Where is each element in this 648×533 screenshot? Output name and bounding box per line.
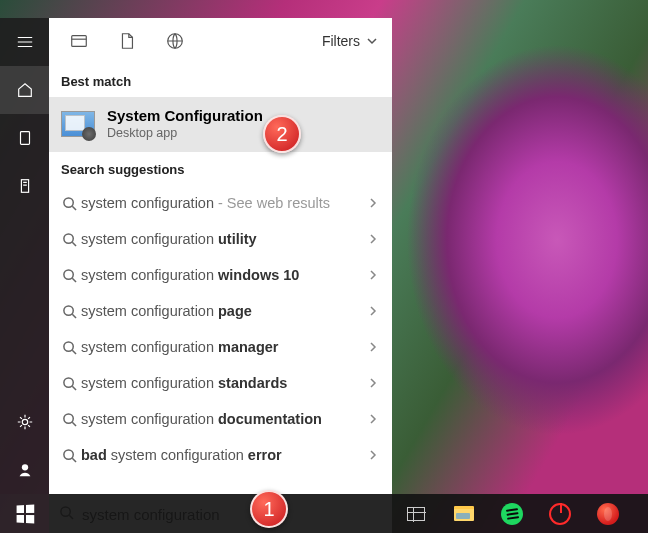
- wallpaper-accent: [388, 0, 648, 533]
- suggestion-list: system configuration - See web resultssy…: [49, 185, 392, 494]
- search-icon: [57, 376, 81, 391]
- suggestion-text: system configuration page: [81, 303, 362, 319]
- rail-home-button[interactable]: [0, 66, 49, 114]
- start-left-rail: [0, 18, 49, 494]
- svg-point-7: [63, 233, 72, 242]
- opera-button[interactable]: [584, 494, 632, 533]
- hamburger-icon: [16, 33, 34, 51]
- chevron-down-icon: [366, 35, 378, 47]
- svg-point-13: [63, 449, 72, 458]
- rail-expand-button[interactable]: [0, 18, 49, 66]
- tab-apps[interactable]: [55, 18, 103, 64]
- filters-button[interactable]: Filters: [318, 33, 382, 49]
- best-match-subtitle: Desktop app: [107, 126, 263, 140]
- search-icon: [57, 304, 81, 319]
- search-icon: [57, 412, 81, 427]
- chevron-right-icon[interactable]: [362, 410, 384, 428]
- rail-settings-button[interactable]: [0, 398, 49, 446]
- tab-documents[interactable]: [103, 18, 151, 64]
- file-explorer-button[interactable]: [440, 494, 488, 533]
- search-icon: [57, 340, 81, 355]
- svg-point-3: [21, 464, 27, 470]
- suggestion-item[interactable]: system configuration windows 10: [49, 257, 392, 293]
- annotation-badge-1: 1: [250, 490, 288, 528]
- suggestion-text: system configuration documentation: [81, 411, 362, 427]
- search-panel: Filters Best match System Configuration …: [49, 18, 392, 494]
- svg-rect-4: [72, 35, 87, 46]
- explorer-icon: [454, 506, 474, 521]
- suggestion-item[interactable]: system configuration page: [49, 293, 392, 329]
- chevron-right-icon[interactable]: [362, 446, 384, 464]
- svg-point-8: [63, 269, 72, 278]
- suggestion-text: system configuration - See web results: [81, 195, 362, 211]
- globe-icon: [165, 31, 185, 51]
- suggestion-text: bad system configuration error: [81, 447, 362, 463]
- suggestion-text: system configuration manager: [81, 339, 362, 355]
- windows-icon: [16, 504, 34, 523]
- suggestion-item[interactable]: system configuration standards: [49, 365, 392, 401]
- section-best-match: Best match: [49, 64, 392, 97]
- rail-tower-button[interactable]: [0, 162, 49, 210]
- gear-icon: [16, 413, 34, 431]
- tab-web[interactable]: [151, 18, 199, 64]
- suggestion-text: system configuration utility: [81, 231, 362, 247]
- suggestion-item[interactable]: system configuration - See web results: [49, 185, 392, 221]
- power-button[interactable]: [536, 494, 584, 533]
- suggestion-text: system configuration standards: [81, 375, 362, 391]
- svg-point-11: [63, 377, 72, 386]
- opera-icon: [597, 503, 619, 525]
- chevron-right-icon[interactable]: [362, 194, 384, 212]
- start-button[interactable]: [0, 494, 49, 533]
- search-tabs-row: Filters: [49, 18, 392, 64]
- search-icon: [57, 448, 81, 463]
- svg-rect-1: [21, 180, 28, 193]
- svg-point-9: [63, 305, 72, 314]
- suggestion-item[interactable]: bad system configuration error: [49, 437, 392, 473]
- svg-rect-0: [20, 132, 29, 145]
- apps-icon: [69, 31, 89, 51]
- filters-label: Filters: [322, 33, 360, 49]
- best-match-title: System Configuration: [107, 107, 263, 124]
- annotation-badge-2: 2: [263, 115, 301, 153]
- suggestion-text: system configuration windows 10: [81, 267, 362, 283]
- user-icon: [16, 461, 34, 479]
- spotify-button[interactable]: [488, 494, 536, 533]
- search-icon: [57, 196, 81, 211]
- svg-point-10: [63, 341, 72, 350]
- suggestion-item[interactable]: system configuration utility: [49, 221, 392, 257]
- best-match-item[interactable]: System Configuration Desktop app: [49, 97, 392, 152]
- rail-account-button[interactable]: [0, 446, 49, 494]
- chevron-right-icon[interactable]: [362, 230, 384, 248]
- document-icon: [117, 31, 137, 51]
- search-icon: [57, 232, 81, 247]
- section-suggestions: Search suggestions: [49, 152, 392, 185]
- taskview-icon: [407, 507, 425, 521]
- taskbar: [0, 494, 648, 533]
- chevron-right-icon[interactable]: [362, 374, 384, 392]
- svg-point-12: [63, 413, 72, 422]
- device-icon: [16, 129, 34, 147]
- task-view-button[interactable]: [392, 494, 440, 533]
- suggestion-item[interactable]: system configuration documentation: [49, 401, 392, 437]
- suggestion-item[interactable]: system configuration manager: [49, 329, 392, 365]
- system-configuration-icon: [61, 111, 95, 137]
- chevron-right-icon[interactable]: [362, 302, 384, 320]
- rail-device-button[interactable]: [0, 114, 49, 162]
- desktop: Filters Best match System Configuration …: [0, 0, 648, 533]
- chevron-right-icon[interactable]: [362, 338, 384, 356]
- svg-point-2: [22, 419, 27, 424]
- home-icon: [16, 81, 34, 99]
- power-icon: [549, 503, 571, 525]
- tower-icon: [16, 177, 34, 195]
- search-icon: [57, 268, 81, 283]
- spotify-icon: [501, 503, 523, 525]
- chevron-right-icon[interactable]: [362, 266, 384, 284]
- svg-point-6: [63, 197, 72, 206]
